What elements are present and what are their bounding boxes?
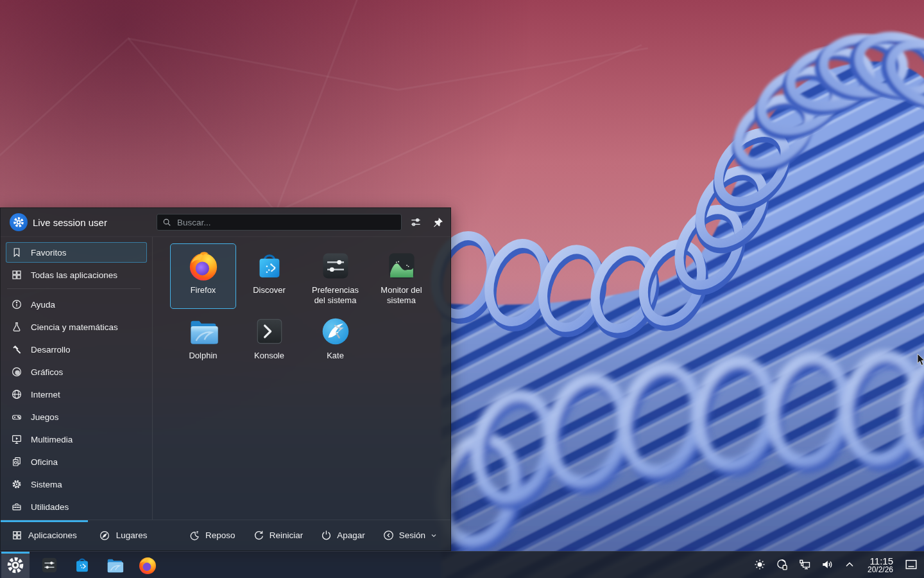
sidebar-item-oficina[interactable]: Oficina	[6, 451, 147, 472]
system-monitor-icon	[385, 249, 418, 283]
suspend-button[interactable]: Reposo	[189, 529, 235, 541]
sidebar-item-ayuda[interactable]: Ayuda	[6, 294, 147, 315]
shutdown-button[interactable]: Apagar	[320, 529, 365, 541]
sidebar-item-label: Todas las aplicaciones	[31, 270, 117, 280]
app-tile-monitor-del-sistema[interactable]: Monitor del sistema	[368, 243, 434, 309]
sidebar-item-label: Desarrollo	[31, 345, 71, 355]
system-settings-icon	[319, 249, 352, 283]
kde-launcher-icon	[6, 556, 25, 575]
color-wheel-icon	[10, 365, 23, 378]
restart-button[interactable]: Reiniciar	[253, 529, 304, 541]
sidebar-item-label: Multimedia	[31, 435, 73, 444]
sidebar-item-graficos[interactable]: Gráficos	[6, 362, 147, 382]
device-notifier-tray-button[interactable]	[774, 557, 790, 572]
system-tray: 11:15 20/2/26	[752, 556, 924, 574]
documents-icon	[10, 455, 23, 468]
digital-clock[interactable]: 11:15 20/2/26	[868, 556, 893, 574]
dolphin-icon	[105, 556, 124, 575]
action-label: Apagar	[337, 530, 365, 540]
session-button[interactable]: Sesión	[382, 529, 438, 541]
app-label: Dolphin	[189, 351, 217, 361]
sidebar-item-todas-las-aplicaciones[interactable]: Todas las aplicaciones	[6, 265, 147, 285]
search-input[interactable]	[176, 217, 396, 228]
sidebar-separator	[7, 288, 141, 289]
application-launcher-button[interactable]	[1, 552, 30, 578]
app-label: Kate	[327, 351, 344, 361]
app-label: Discover	[253, 285, 286, 295]
action-label: Reposo	[205, 530, 235, 540]
konsole-icon	[253, 315, 286, 348]
app-tile-dolphin[interactable]: Dolphin	[170, 309, 236, 374]
tray-expand-button[interactable]	[842, 557, 857, 572]
tab-lugares[interactable]: Lugares	[88, 520, 158, 550]
discover-icon	[73, 556, 92, 575]
network-tray-button[interactable]	[797, 557, 812, 572]
sidebar-item-label: Internet	[31, 390, 60, 399]
sidebar-item-desarrollo[interactable]: Desarrollo	[6, 339, 147, 360]
volume-icon	[821, 558, 834, 571]
sidebar-item-sistema[interactable]: Sistema	[6, 474, 147, 495]
launcher-footer: Aplicaciones Lugares Reposo Reiniciar Ap…	[1, 520, 450, 550]
bookmark-icon	[10, 246, 23, 259]
sidebar-item-utilidades[interactable]: Utilidades	[6, 496, 147, 517]
sidebar-item-label: Utilidades	[31, 502, 69, 512]
app-tile-preferencias-del-sistema[interactable]: Preferencias del sistema	[302, 243, 368, 309]
taskbar-discover-button[interactable]	[71, 554, 93, 576]
discover-icon	[253, 249, 286, 283]
session-icon	[382, 529, 395, 541]
pin-button[interactable]	[429, 214, 446, 231]
application-launcher-menu: Live session user Favoritos	[0, 207, 451, 551]
sidebar-item-label: Gráficos	[31, 367, 63, 377]
network-icon	[798, 558, 811, 571]
app-label: Firefox	[191, 285, 216, 295]
device-notifier-icon	[776, 558, 789, 571]
monitor-play-icon	[10, 433, 23, 446]
dolphin-icon	[187, 315, 220, 348]
tab-label: Lugares	[116, 530, 148, 540]
sidebar-item-label: Ciencia y matemáticas	[31, 322, 118, 332]
mouse-cursor	[917, 354, 924, 366]
taskbar-dolphin-button[interactable]	[104, 554, 126, 576]
volume-tray-button[interactable]	[819, 557, 835, 572]
globe-icon	[10, 388, 23, 401]
sidebar-item-internet[interactable]: Internet	[6, 384, 147, 405]
user-name: Live session user	[33, 208, 107, 236]
sidebar-item-favoritos[interactable]: Favoritos	[6, 242, 147, 263]
taskbar-firefox-button[interactable]	[137, 554, 158, 576]
user-avatar[interactable]	[10, 213, 28, 231]
action-label: Reiniciar	[270, 530, 304, 540]
app-tile-kate[interactable]: Kate	[302, 309, 368, 374]
clock-time: 11:15	[868, 556, 893, 566]
clock-date: 20/2/26	[868, 566, 893, 574]
brightness-tray-button[interactable]	[752, 557, 767, 572]
pin-icon	[432, 216, 444, 229]
configure-button[interactable]	[407, 214, 424, 231]
power-icon	[320, 529, 332, 541]
chevron-up-icon	[843, 558, 856, 571]
firefox-icon	[187, 249, 220, 283]
toolbox-icon	[10, 500, 23, 513]
tab-aplicaciones[interactable]: Aplicaciones	[1, 520, 88, 550]
firefox-icon	[137, 555, 158, 575]
sidebar-item-juegos[interactable]: Juegos	[6, 407, 147, 427]
grid-icon	[10, 268, 23, 281]
pinned-apps	[38, 554, 158, 576]
sidebar-item-multimedia[interactable]: Multimedia	[6, 429, 147, 450]
kde-logo-icon	[12, 216, 25, 229]
search-box[interactable]	[157, 214, 402, 231]
app-tile-firefox[interactable]: Firefox	[170, 243, 236, 309]
gear-icon	[10, 478, 23, 491]
moon-icon	[189, 529, 201, 541]
app-label: Monitor del sistema	[373, 285, 430, 306]
action-label: Sesión	[399, 530, 425, 540]
tab-label: Aplicaciones	[28, 530, 77, 540]
sidebar-item-label: Favoritos	[31, 248, 67, 258]
show-desktop-button[interactable]	[903, 557, 919, 572]
launcher-sidebar: Favoritos Todas las aplicaciones Ayuda C…	[1, 237, 153, 520]
taskbar-system-settings-button[interactable]	[38, 554, 60, 576]
refresh-icon	[253, 529, 265, 541]
sidebar-item-ciencia-y-matematicas[interactable]: Ciencia y matemáticas	[6, 317, 147, 337]
app-tile-discover[interactable]: Discover	[236, 243, 302, 309]
sidebar-item-label: Sistema	[31, 480, 62, 489]
app-tile-konsole[interactable]: Konsole	[236, 309, 302, 374]
